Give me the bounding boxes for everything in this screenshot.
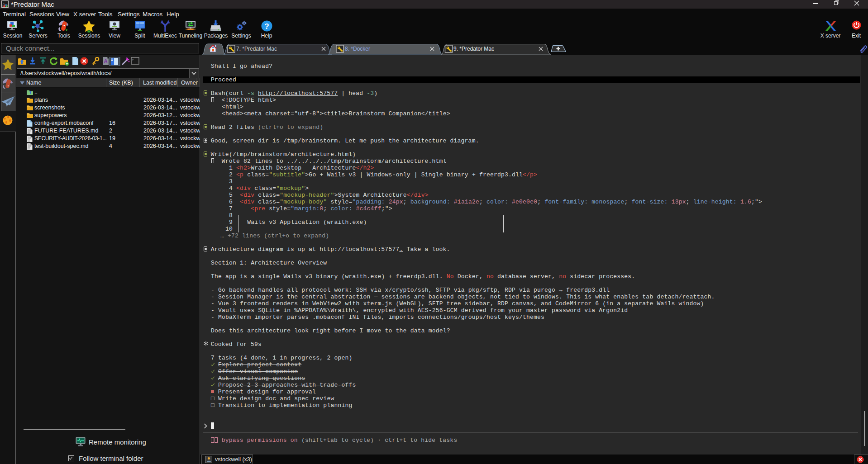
- svg-text:8. *Docker: 8. *Docker: [345, 46, 370, 52]
- svg-text:9. *Predator Mac: 9. *Predator Mac: [453, 46, 494, 52]
- svg-text:A: A: [104, 58, 108, 65]
- svg-text:7. *Predator Mac: 7. *Predator Mac: [236, 46, 277, 52]
- svg-text:>: >: [132, 58, 134, 62]
- svg-text:?: ?: [264, 22, 269, 31]
- svg-text:>_: >_: [3, 2, 6, 5]
